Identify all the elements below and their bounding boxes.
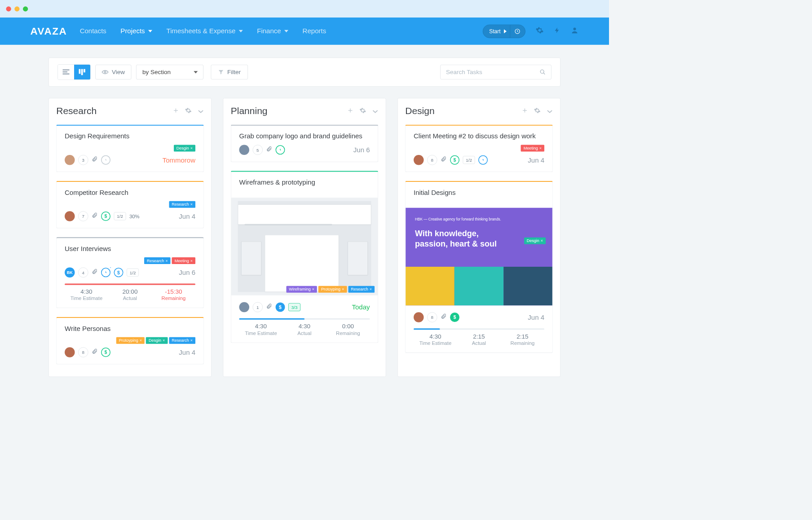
gear-icon[interactable]: [534, 107, 541, 115]
tag[interactable]: Desgin×: [146, 337, 168, 344]
add-card-icon[interactable]: [173, 107, 179, 115]
avatar[interactable]: [65, 211, 75, 221]
nav-contacts[interactable]: Contacts: [80, 27, 106, 35]
card-meta: 5 Jun 6: [239, 145, 370, 155]
tag[interactable]: Desgin×: [524, 238, 546, 244]
task-card[interactable]: Grab company logo and brand guidelines 5…: [231, 125, 379, 162]
comment-count[interactable]: 8: [78, 347, 88, 357]
time-summary: 4:30Time Estimate 4:30Actual 0:00Remaini…: [239, 323, 370, 336]
comment-count[interactable]: 8: [427, 312, 437, 322]
bolt-icon[interactable]: [554, 26, 560, 36]
billable-icon: $: [450, 313, 459, 322]
search-icon: [540, 69, 546, 75]
tag[interactable]: Research×: [169, 201, 195, 208]
attachment-icon[interactable]: [92, 268, 98, 277]
tag[interactable]: Protoyping×: [318, 286, 347, 293]
billable-icon: $: [101, 348, 110, 357]
progress-bar: [65, 284, 195, 285]
card-title: User Interviews: [65, 245, 195, 252]
attachment-icon[interactable]: [441, 155, 447, 165]
tag[interactable]: Desgin×: [174, 145, 195, 152]
task-card[interactable]: User Interviews Research×Meeting× BK 4 "…: [56, 237, 204, 308]
avatar[interactable]: [65, 347, 75, 357]
subtask-count[interactable]: 1/2: [114, 212, 126, 220]
list-view-button[interactable]: [58, 65, 74, 79]
task-card[interactable]: Wireframes & prototyping Wireframing×Pro…: [231, 171, 379, 343]
chevron-down-icon: [284, 30, 288, 32]
card-title: Grab company logo and brand guidelines: [239, 132, 370, 140]
comment-count[interactable]: 8: [427, 155, 437, 165]
view-mode-select[interactable]: by Section: [136, 65, 203, 79]
task-card[interactable]: Client Meeting #2 to discuss design work…: [405, 125, 553, 172]
task-card[interactable]: Competitor Research Research× 7 $1/230% …: [56, 181, 204, 229]
attachment-icon[interactable]: [92, 348, 98, 357]
tag[interactable]: Wireframing×: [286, 286, 317, 293]
avatar[interactable]: [414, 155, 424, 165]
card-thumbnail[interactable]: HBK — Creative agency for forward thinki…: [406, 208, 552, 306]
card-thumbnail[interactable]: Wireframing×Protoyping×Research×: [231, 198, 378, 295]
tag[interactable]: Research×: [144, 257, 171, 264]
gear-icon[interactable]: [359, 107, 366, 115]
attachment-icon[interactable]: [266, 303, 273, 312]
attachment-icon[interactable]: [441, 313, 447, 322]
layout-toggle: [57, 64, 91, 80]
due-date: Tommorow: [163, 156, 195, 164]
svg-rect-4: [63, 74, 70, 75]
add-card-icon[interactable]: [522, 107, 528, 115]
board-view-button[interactable]: [74, 65, 90, 79]
start-timer-button[interactable]: Start: [483, 24, 525, 38]
comment-count[interactable]: 7: [78, 211, 88, 221]
avatar[interactable]: [414, 312, 424, 322]
tag[interactable]: Protoyping×: [116, 337, 145, 344]
tag[interactable]: Meeting×: [172, 257, 195, 264]
hero-brand-label: HBK — Creative agency for forward thinki…: [415, 217, 501, 221]
gear-icon[interactable]: [536, 26, 544, 36]
card-meta: 8 $ Jun 4: [414, 312, 544, 322]
tag[interactable]: Research×: [169, 337, 195, 344]
comment-count[interactable]: 3: [78, 155, 88, 165]
attachment-icon[interactable]: [92, 212, 98, 221]
nav-finance[interactable]: Finance: [257, 27, 288, 35]
nav-reports[interactable]: Reports: [303, 27, 327, 35]
svg-rect-3: [63, 71, 68, 72]
hero-headline: With knowledge, passion, heart & soul: [415, 228, 509, 249]
gear-icon[interactable]: [185, 107, 192, 115]
subtask-count[interactable]: 3/3: [288, 303, 300, 311]
tag-row: Protoyping×Desgin×Research×: [65, 337, 195, 344]
attachment-icon[interactable]: [266, 145, 273, 154]
user-icon[interactable]: [571, 26, 579, 36]
search-input[interactable]: [440, 65, 552, 79]
avatar[interactable]: [65, 155, 75, 165]
comment-count[interactable]: 5: [253, 145, 263, 155]
maximize-window-icon[interactable]: [23, 6, 28, 11]
tag[interactable]: Meeting×: [521, 145, 544, 152]
time-summary: 4:30Time Estimate 2:15Actual 2:15Remaini…: [414, 333, 544, 346]
task-card[interactable]: Write Personas Protoyping×Desgin×Researc…: [56, 317, 204, 365]
subtask-count[interactable]: 1/2: [127, 269, 139, 277]
comment-count[interactable]: 4: [78, 268, 88, 278]
avatar[interactable]: [239, 302, 250, 313]
close-window-icon[interactable]: [6, 6, 11, 11]
tag[interactable]: Research×: [348, 286, 375, 293]
avatar[interactable]: [239, 145, 250, 155]
svg-point-1: [574, 27, 576, 30]
nav-projects[interactable]: Projects: [120, 27, 152, 35]
chevron-down-icon[interactable]: [198, 107, 204, 115]
billable-icon: $: [101, 212, 110, 221]
nav-timesheets[interactable]: Timesheets & Expense: [167, 27, 243, 35]
column-title: Planning: [231, 106, 268, 117]
task-card[interactable]: Initial Designs HBK — Creative agency fo…: [405, 181, 553, 353]
subtask-count[interactable]: 1/2: [463, 156, 475, 164]
logo[interactable]: AVAZA: [31, 26, 67, 37]
chevron-down-icon[interactable]: [547, 107, 553, 115]
card-title: Design Requirements: [65, 132, 195, 140]
task-card[interactable]: Design Requirements Desgin× 3 Tommorow: [56, 125, 204, 172]
filter-button[interactable]: Filter: [211, 65, 248, 79]
timer-history-icon[interactable]: [510, 25, 525, 38]
attachment-icon[interactable]: [92, 155, 98, 165]
comment-count[interactable]: 1: [253, 302, 263, 313]
minimize-window-icon[interactable]: [14, 6, 19, 11]
avatar[interactable]: BK: [65, 268, 75, 278]
chevron-down-icon[interactable]: [372, 107, 379, 115]
add-card-icon[interactable]: [347, 107, 353, 115]
